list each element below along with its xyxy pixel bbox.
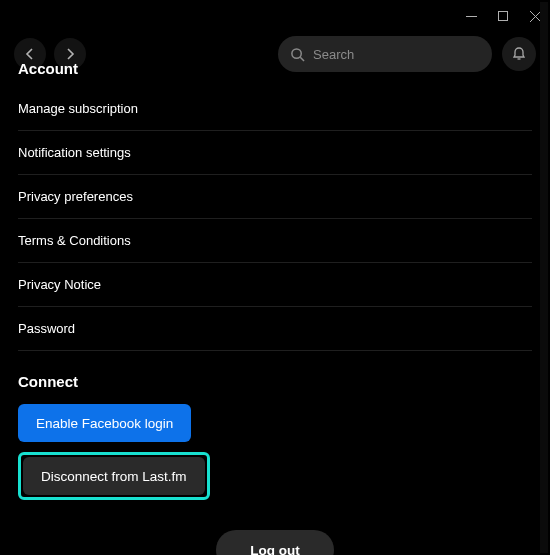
settings-content: Account Manage subscription Notification…: [0, 60, 550, 555]
disconnect-lastfm-button[interactable]: Disconnect from Last.fm: [23, 457, 205, 495]
svg-point-4: [292, 48, 301, 57]
svg-line-5: [300, 57, 304, 61]
logout-button[interactable]: Log out: [216, 530, 333, 555]
search-input[interactable]: [313, 47, 480, 62]
row-privacy-preferences[interactable]: Privacy preferences: [18, 175, 532, 219]
row-terms-conditions[interactable]: Terms & Conditions: [18, 219, 532, 263]
window-titlebar: [0, 0, 550, 32]
bell-icon: [511, 46, 527, 62]
row-password[interactable]: Password: [18, 307, 532, 351]
minimize-icon[interactable]: [464, 9, 478, 23]
notifications-button[interactable]: [502, 37, 536, 71]
search-input-wrap[interactable]: [278, 36, 492, 72]
enable-facebook-button[interactable]: Enable Facebook login: [18, 404, 191, 442]
lastfm-highlight: Disconnect from Last.fm: [18, 452, 210, 500]
search-icon: [290, 47, 305, 62]
row-privacy-notice[interactable]: Privacy Notice: [18, 263, 532, 307]
scrollbar-track[interactable]: [540, 2, 548, 553]
maximize-icon[interactable]: [496, 9, 510, 23]
row-manage-subscription[interactable]: Manage subscription: [18, 87, 532, 131]
svg-rect-1: [499, 12, 508, 21]
connect-heading: Connect: [18, 351, 532, 404]
row-notification-settings[interactable]: Notification settings: [18, 131, 532, 175]
